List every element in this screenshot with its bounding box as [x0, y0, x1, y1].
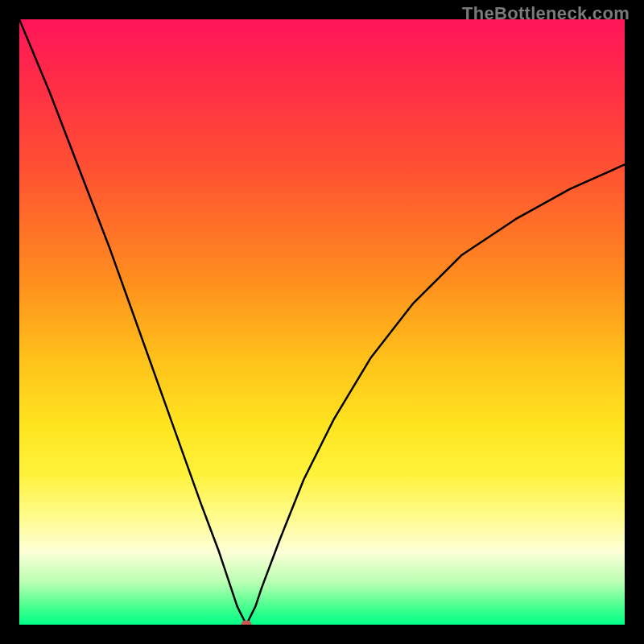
- bottleneck-curve: [19, 19, 625, 625]
- minimum-marker: [242, 621, 252, 625]
- chart-frame: TheBottleneck.com: [0, 0, 644, 644]
- plot-area: [19, 19, 625, 625]
